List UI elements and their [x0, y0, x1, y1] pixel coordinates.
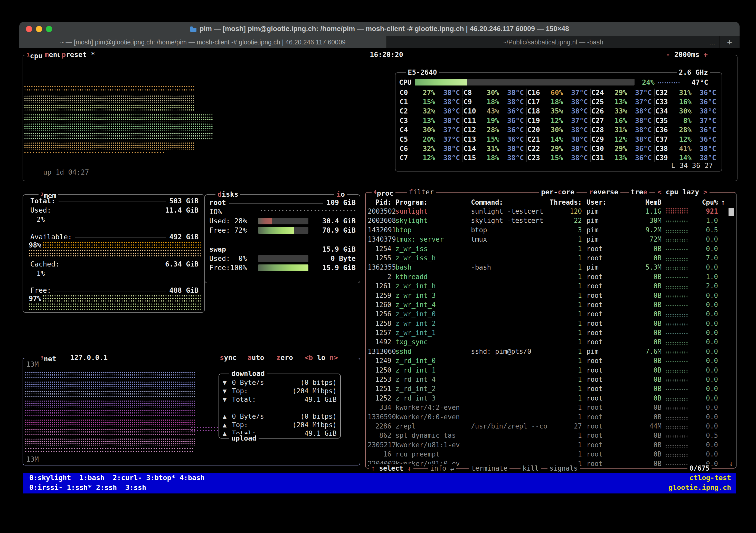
sort-next-button[interactable]: > — [703, 188, 708, 196]
proc-row[interactable]: 1260z_wr_int_41root0B0.0 — [366, 300, 736, 309]
proc-box: 4proc filter per-core reverse tree < cpu… — [365, 192, 737, 468]
core-stat-C9: C918%38°C — [463, 98, 527, 106]
disks-box-title[interactable]: disks — [215, 190, 240, 199]
col-threads[interactable]: Threads: — [547, 199, 582, 206]
proc-row[interactable]: 1259z_wr_int_31root0B0.0 — [366, 291, 736, 300]
col-program[interactable]: Program: — [395, 199, 472, 206]
proc-row[interactable]: 2305217kworker/u81:1-ev1root0B0.0 — [366, 440, 736, 450]
proc-row[interactable]: 1255z_wr_iss_h1root0B7.0 — [366, 253, 736, 263]
proc-signals-button[interactable]: signals — [548, 464, 580, 473]
disk-io-label: IO% — [209, 208, 258, 216]
proc-row[interactable]: 2286zrepl/usr/bin/zrepl --co27root44M0.0 — [366, 422, 736, 431]
proc-row[interactable]: 16rcu_preempt1root0B0.0 — [366, 450, 736, 459]
cpu-graph-band — [24, 143, 195, 150]
proc-row[interactable]: 1340379tmux: servertmux1pim72M0.0 — [366, 235, 736, 244]
net-box-title[interactable]: 3net — [39, 353, 58, 363]
proc-row[interactable]: 1362355bash-bash1pim5.3M0.0 — [366, 263, 736, 272]
preset-button[interactable]: preset * — [60, 50, 97, 59]
cpu-detail-panel: E5-2640 2.6 GHz CPU 24% 47°C C027%38°CC8… — [395, 72, 722, 172]
proc-row[interactable]: 2kthreadd1root0B1.0 — [366, 272, 736, 281]
proc-row[interactable]: 1313060sshdsshd: pim@pts/01pim7.6M0.0 — [366, 347, 736, 356]
net-interface-switcher[interactable]: <b lo n> — [303, 353, 340, 362]
proc-scrollbar-thumb[interactable] — [729, 208, 734, 216]
net-graph-band — [25, 429, 195, 436]
proc-row[interactable]: 1251z_rd_int_21root0B0.0 — [366, 384, 736, 393]
proc-cpu-mini-graph — [665, 454, 688, 457]
core-stat-C5: C520%37°C — [399, 135, 463, 143]
disk-root-used-value: 30.4 GiB — [312, 217, 356, 225]
col-memb[interactable]: MemB — [633, 199, 662, 206]
proc-row[interactable]: 1261z_wr_int_h1root0B2.0 — [366, 281, 736, 291]
proc-filter-button[interactable]: filter — [407, 187, 436, 197]
net-next-iface-button[interactable]: n> — [330, 354, 338, 361]
core-stat-C26: C2633%38°C — [591, 107, 655, 115]
proc-select-control[interactable]: ↑ select ↓ — [369, 464, 414, 473]
proc-row[interactable]: 2003502sunlightsunlight -testcert120pim1… — [366, 207, 736, 216]
sort-prev-button[interactable]: < — [658, 188, 662, 196]
sort-direction-icon: ↑ — [721, 199, 729, 206]
proc-row[interactable]: 1432091btopbtop3pim9.2M0.5 — [366, 226, 736, 235]
col-pid[interactable]: Pid: — [368, 199, 392, 206]
core-stat-C24: C2429%37°C — [591, 89, 655, 96]
proc-cpu-mini-graph — [665, 352, 688, 354]
core-stat-C37: C3712%36°C — [655, 135, 719, 143]
core-stat-C21: C2114%38°C — [527, 135, 591, 143]
tab-mosh-session[interactable]: ~ — [mosh] pim@glootie.ipng.ch: /home/pi… — [19, 36, 387, 48]
proc-reverse-button[interactable]: reverse — [587, 187, 620, 197]
proc-cpu-mini-graph — [665, 230, 688, 233]
interval-plus-button[interactable]: + — [704, 51, 708, 59]
proc-sort-selector[interactable]: < cpu lazy > — [655, 187, 710, 197]
core-stat-C0: C027%38°C — [399, 89, 463, 96]
proc-terminate-button[interactable]: terminate — [469, 464, 509, 473]
proc-row[interactable]: 1336590kworker/0:0-even1root0B0.0 — [366, 412, 736, 422]
cpu-graph-band — [24, 114, 213, 121]
col-cpu[interactable]: Cpu% — [691, 199, 718, 206]
col-user[interactable]: User: — [586, 199, 622, 206]
download-top-label: Top: — [232, 387, 248, 395]
core-stat-C35: C358%37°C — [655, 117, 719, 124]
update-interval: - 2000ms + — [664, 50, 710, 59]
proc-cpu-mini-graph — [665, 380, 688, 382]
proc-row[interactable]: 862spl_dynamic_tas1root0B0.5 — [366, 431, 736, 440]
net-prev-iface-button[interactable]: <b — [305, 354, 313, 361]
proc-box-title[interactable]: 4proc — [372, 187, 395, 198]
proc-row[interactable]: 1258z_wr_int_21root0B0.0 — [366, 319, 736, 328]
proc-kill-button[interactable]: kill — [521, 464, 541, 473]
tab-bar: ~ — [mosh] pim@glootie.ipng.ch: /home/pi… — [19, 36, 740, 48]
proc-cpu-mini-graph — [665, 305, 688, 307]
disk-swap-free-label: Free:100% — [209, 264, 258, 272]
cpu-graph-band — [24, 152, 164, 155]
proc-row[interactable]: 334kworker/4:2-even1root0B0.0 — [366, 403, 736, 412]
proc-row[interactable]: 1250z_rd_int_11root0B0.0 — [366, 366, 736, 375]
proc-row[interactable]: 1256z_wr_int_01root0B0.0 — [366, 309, 736, 319]
proc-tree-button[interactable]: tree — [629, 187, 649, 197]
proc-row[interactable]: 1249z_rd_int_01root0B0.0 — [366, 356, 736, 365]
proc-row[interactable]: 1492txg_sync1root0B0.0 — [366, 337, 736, 347]
io-button[interactable]: io — [334, 190, 347, 199]
core-stat-C38: C3841%38°C — [655, 145, 719, 152]
down-arrow-icon: ▼ — [223, 379, 232, 386]
proc-row[interactable]: 1257z_wr_int_11root0B0.0 — [366, 328, 736, 337]
proc-row[interactable]: 1252z_rd_int_31root0B0.0 — [366, 394, 736, 403]
interval-minus-button[interactable]: - — [666, 51, 670, 59]
core-stat-C30: C3029%36°C — [591, 145, 655, 152]
cpu-box-title[interactable]: 1cpu — [25, 50, 44, 61]
net-graph-band — [25, 439, 195, 446]
upload-speed-bits: (0 bitps) — [264, 413, 337, 420]
proc-row[interactable]: 2003608skylightskylight -testcert22pim30… — [366, 216, 736, 225]
proc-row[interactable]: 1253z_rd_int_41root0B0.0 — [366, 375, 736, 384]
proc-row[interactable]: 1254z_wr_iss1root0B0.0 — [366, 244, 736, 253]
tab-bash-session[interactable]: ~/Public/sabbatical.ipng.nl — -bash … — [387, 36, 719, 48]
proc-percore-button[interactable]: per-core — [539, 187, 577, 197]
download-title: download — [229, 369, 267, 378]
net-auto-button[interactable]: auto — [246, 353, 266, 362]
cpu-total-temp: 47°C — [683, 78, 708, 86]
proc-info-button[interactable]: info ↵ — [428, 464, 456, 473]
upload-top-label: Top: — [232, 421, 248, 429]
col-command[interactable]: Command: — [471, 199, 558, 206]
net-zero-button[interactable]: zero — [274, 353, 295, 362]
folder-icon — [190, 26, 197, 32]
new-tab-button[interactable]: + — [719, 36, 740, 48]
tab-overflow-icon[interactable]: … — [709, 39, 716, 46]
net-sync-button[interactable]: sync — [218, 353, 239, 362]
